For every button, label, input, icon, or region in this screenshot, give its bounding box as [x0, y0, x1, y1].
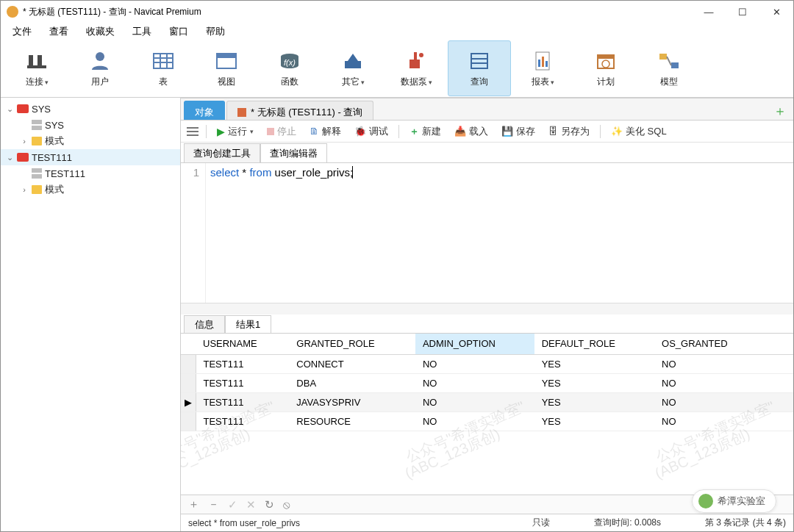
status-time: 查询时间: 0.008s — [594, 517, 661, 529]
svg-rect-23 — [546, 61, 548, 67]
svg-rect-15 — [414, 52, 417, 60]
table-row[interactable]: TEST111DBANOYESNO — [181, 373, 793, 392]
col-default-role[interactable]: DEFAULT_ROLE — [534, 334, 654, 354]
menubar: 文件 查看 收藏夹 工具 窗口 帮助 — [1, 23, 793, 40]
result-grid[interactable]: USERNAME GRANTED_ROLE ADMIN_OPTION DEFAU… — [181, 334, 793, 495]
svg-rect-13 — [345, 61, 361, 68]
query-icon — [237, 108, 246, 117]
table-icon — [32, 120, 42, 130]
new-button[interactable]: ＋新建 — [407, 123, 444, 140]
debug-button[interactable]: 🐞调试 — [351, 123, 391, 140]
tb-model[interactable]: 模型 — [637, 40, 701, 96]
tb-user[interactable]: 用户 — [68, 40, 132, 96]
svg-text:f(x): f(x) — [284, 58, 296, 67]
table-row[interactable]: ▶TEST111JAVASYSPRIVNOYESNO — [181, 392, 793, 411]
tree-node-test111-schema[interactable]: ›模式 — [1, 181, 180, 198]
line-gutter: 1 — [181, 163, 206, 303]
tab-add[interactable]: ＋ — [771, 102, 789, 120]
tb-query[interactable]: 查询 — [448, 40, 511, 96]
toolbar: 连接 用户 表 视图 f(x)函数 其它 数据泵 查询 报表 计划 模型 — [1, 40, 793, 98]
watermark-badge: 希潭实验室 — [692, 489, 776, 513]
nav-add[interactable]: ＋ — [188, 497, 199, 511]
status-bar: select * from user_role_privs 只读 查询时间: 0… — [181, 514, 793, 531]
menu-view[interactable]: 查看 — [40, 24, 77, 40]
run-button[interactable]: ▶运行▾ — [214, 123, 257, 140]
stop-button[interactable]: 停止 — [264, 123, 299, 140]
svg-point-16 — [419, 53, 423, 57]
svg-rect-4 — [154, 54, 173, 68]
col-os-granted[interactable]: OS_GRANTED — [654, 334, 764, 354]
restab-result1[interactable]: 结果1 — [225, 315, 271, 333]
query-toolbar: ▶运行▾ 停止 🗎解释 🐞调试 ＋新建 📥载入 💾保存 🗄另存为 ✨美化 SQL — [181, 121, 793, 143]
close-button[interactable] — [759, 1, 793, 23]
menu-file[interactable]: 文件 — [4, 24, 40, 40]
tree-node-test111-inner[interactable]: TEST111 — [1, 165, 180, 181]
svg-rect-27 — [659, 54, 667, 60]
svg-rect-25 — [598, 55, 614, 59]
tb-connect[interactable]: 连接 — [5, 40, 68, 96]
menu-favorites[interactable]: 收藏夹 — [77, 24, 124, 40]
nav-refresh[interactable]: ↻ — [265, 498, 274, 511]
editor-pane: 对象 * 无标题 (TEST111) - 查询 ＋ ▶运行▾ 停止 🗎解释 🐞调… — [181, 98, 793, 531]
editor-scrollbar[interactable] — [181, 303, 793, 314]
nav-check[interactable]: ✓ — [228, 498, 237, 511]
subtab-editor[interactable]: 查询编辑器 — [260, 143, 327, 162]
tb-view[interactable]: 视图 — [195, 40, 258, 96]
app-icon — [7, 6, 18, 18]
col-granted-role[interactable]: GRANTED_ROLE — [289, 334, 415, 354]
svg-rect-22 — [542, 57, 544, 67]
connection-tree: ⌄SYS SYS ›模式 ⌄TEST111 TEST111 ›模式 — [1, 98, 181, 531]
nav-del[interactable]: － — [208, 497, 219, 511]
tree-node-sys-schema[interactable]: ›模式 — [1, 133, 180, 149]
tb-datapump[interactable]: 数据泵 — [385, 40, 448, 96]
tab-query-untitled[interactable]: * 无标题 (TEST111) - 查询 — [226, 101, 373, 120]
svg-rect-28 — [671, 62, 679, 68]
explain-button[interactable]: 🗎解释 — [307, 123, 344, 140]
menu-help[interactable]: 帮助 — [197, 24, 234, 40]
query-subtabs: 查询创建工具 查询编辑器 — [181, 143, 793, 163]
table-row[interactable]: TEST111RESOURCENOYESNO — [181, 411, 793, 431]
minimize-button[interactable] — [692, 1, 726, 23]
svg-point-3 — [96, 52, 104, 61]
folder-icon — [32, 185, 42, 194]
folder-icon — [32, 137, 42, 145]
col-admin-option[interactable]: ADMIN_OPTION — [415, 334, 534, 354]
svg-rect-2 — [27, 65, 46, 68]
restab-info[interactable]: 信息 — [184, 315, 225, 333]
table-icon — [32, 168, 42, 179]
save-button[interactable]: 💾保存 — [498, 123, 538, 140]
table-row[interactable]: TEST111CONNECTNOYESNO — [181, 354, 793, 373]
nav-stop[interactable]: ⦸ — [283, 498, 290, 511]
saveas-button[interactable]: 🗄另存为 — [546, 123, 593, 140]
tb-function[interactable]: f(x)函数 — [258, 40, 321, 96]
col-username[interactable]: USERNAME — [196, 334, 289, 354]
menu-tools[interactable]: 工具 — [124, 24, 160, 40]
maximize-button[interactable] — [726, 1, 759, 23]
tb-other[interactable]: 其它 — [321, 40, 385, 96]
svg-rect-21 — [538, 60, 540, 67]
subtab-builder[interactable]: 查询创建工具 — [184, 143, 260, 162]
oracle-icon — [17, 104, 29, 113]
tree-node-sys-inner[interactable]: SYS — [1, 117, 180, 133]
sql-editor[interactable]: 1 select * from user_role_privs; — [181, 163, 793, 303]
svg-rect-1 — [37, 55, 42, 65]
status-sql: select * from user_role_privs — [188, 518, 438, 528]
titlebar: * 无标题 (TEST111) - 查询 - Navicat Premium — [1, 1, 793, 23]
tb-report[interactable]: 报表 — [511, 40, 574, 96]
beautify-button[interactable]: ✨美化 SQL — [608, 123, 670, 140]
svg-rect-14 — [409, 60, 420, 68]
svg-rect-17 — [471, 54, 487, 68]
svg-line-29 — [667, 57, 671, 65]
tab-objects[interactable]: 对象 — [184, 101, 225, 120]
wechat-icon — [698, 494, 713, 508]
document-tabs: 对象 * 无标题 (TEST111) - 查询 ＋ — [181, 98, 793, 121]
menu-icon[interactable] — [187, 127, 198, 136]
status-mode: 只读 — [532, 517, 550, 529]
tree-node-sys[interactable]: ⌄SYS — [1, 101, 180, 117]
tree-node-test111[interactable]: ⌄TEST111 — [1, 149, 180, 165]
tb-table[interactable]: 表 — [132, 40, 195, 96]
menu-window[interactable]: 窗口 — [160, 24, 197, 40]
load-button[interactable]: 📥载入 — [451, 123, 491, 140]
nav-cancel[interactable]: ✕ — [246, 498, 256, 511]
tb-schedule[interactable]: 计划 — [574, 40, 637, 96]
